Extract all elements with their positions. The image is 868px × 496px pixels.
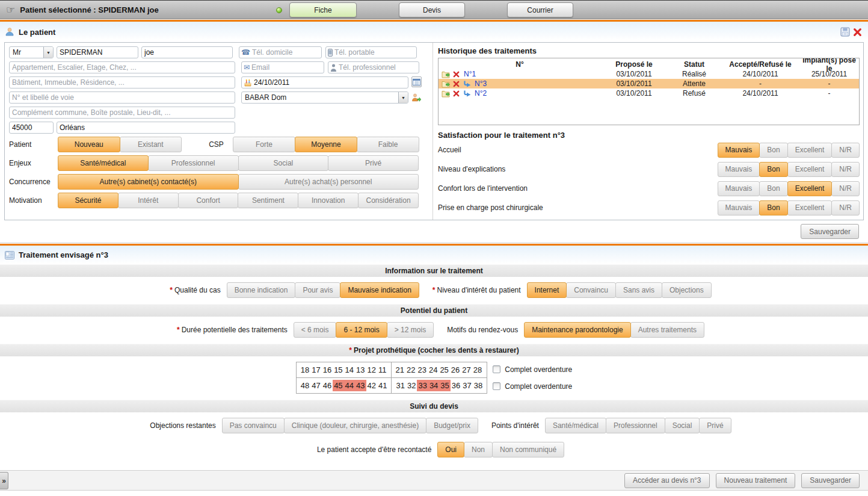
chevron-down-icon[interactable]: ▼ bbox=[43, 47, 53, 58]
tooth-35[interactable]: 35 bbox=[439, 380, 450, 391]
tooth-22[interactable]: 22 bbox=[405, 364, 416, 376]
satisfaction-group-0-option-3[interactable]: N/R bbox=[831, 143, 860, 158]
tooth-45[interactable]: 45 bbox=[333, 380, 343, 391]
motive-group-option-1[interactable]: Autres traitements bbox=[630, 322, 704, 338]
open-devis-button[interactable]: Accéder au devis n°3 bbox=[624, 473, 710, 488]
open-treatment-icon[interactable] bbox=[442, 80, 450, 88]
fiche-button[interactable]: Fiche bbox=[289, 2, 357, 17]
treatment-number-link[interactable]: N°3 bbox=[475, 79, 487, 88]
motive-group-option-0[interactable]: Maintenance parodontologie bbox=[524, 322, 630, 338]
delete-treatment-icon[interactable] bbox=[453, 90, 460, 97]
tel-home-field[interactable]: ☎ bbox=[239, 46, 322, 58]
duration-group-option-1[interactable]: 6 - 12 mois bbox=[336, 322, 387, 338]
courrier-button[interactable]: Courrier bbox=[507, 2, 573, 17]
history-row[interactable]: N°103/10/2011Réalisé24/10/201125/10/2011 bbox=[439, 69, 859, 79]
quality-group-option-2[interactable]: Mauvaise indication bbox=[340, 282, 419, 298]
interest-group-option-0[interactable]: Internet bbox=[527, 282, 567, 298]
address-line4-field[interactable] bbox=[9, 107, 235, 119]
birthdate-field[interactable] bbox=[241, 76, 408, 88]
tooth-24[interactable]: 24 bbox=[428, 364, 439, 376]
motivation-group-option-2[interactable]: Confort bbox=[178, 193, 239, 208]
motivation-group-option-5[interactable]: Considération bbox=[358, 193, 419, 208]
satisfaction-group-2-option-0[interactable]: Mauvais bbox=[718, 181, 760, 196]
email-input[interactable] bbox=[251, 63, 322, 72]
treatment-number-link[interactable]: N°1 bbox=[464, 70, 476, 78]
csp-group-option-2[interactable]: Faible bbox=[357, 137, 419, 152]
tooth-47[interactable]: 47 bbox=[310, 380, 321, 391]
satisfaction-group-0-option-0[interactable]: Mauvais bbox=[718, 143, 760, 158]
overdenture-upper-checkbox[interactable] bbox=[493, 365, 500, 373]
tooth-33[interactable]: 33 bbox=[417, 380, 428, 391]
tooth-36[interactable]: 36 bbox=[451, 380, 461, 391]
satisfaction-group-1-option-1[interactable]: Bon bbox=[759, 162, 787, 177]
tooth-17[interactable]: 17 bbox=[310, 364, 321, 376]
satisfaction-group-0-option-2[interactable]: Excellent bbox=[787, 143, 833, 158]
tel-pro-field[interactable] bbox=[328, 61, 419, 73]
satisfaction-group-3-option-1[interactable]: Bon bbox=[759, 200, 787, 215]
zip-field[interactable] bbox=[9, 122, 54, 134]
concurrence-group-option-1[interactable]: Autre(s) achat(s) personnel bbox=[238, 174, 419, 190]
quality-group-option-0[interactable]: Bonne indication bbox=[227, 282, 296, 298]
address-line1-field[interactable] bbox=[9, 61, 235, 73]
motivation-group-option-3[interactable]: Sentiment bbox=[238, 193, 298, 208]
devis-button[interactable]: Devis bbox=[399, 2, 465, 17]
open-treatment-icon[interactable] bbox=[442, 70, 450, 78]
motivation-group-option-0[interactable]: Sécurité bbox=[58, 193, 119, 208]
enjeux-group-option-3[interactable]: Privé bbox=[328, 155, 419, 171]
interest-points-group-option-0[interactable]: Santé/médical bbox=[545, 418, 606, 433]
interest-group-option-1[interactable]: Convaincu bbox=[566, 282, 616, 298]
motivation-group-option-4[interactable]: Innovation bbox=[298, 193, 359, 208]
chevron-down-icon[interactable]: ▼ bbox=[398, 92, 408, 103]
close-section-icon[interactable] bbox=[853, 28, 862, 37]
tooth-48[interactable]: 48 bbox=[300, 380, 310, 391]
csp-group-option-0[interactable]: Forte bbox=[233, 137, 295, 152]
patient-type-group-option-0[interactable]: Nouveau bbox=[58, 137, 120, 152]
delete-treatment-icon[interactable] bbox=[453, 81, 460, 87]
tooth-38[interactable]: 38 bbox=[473, 380, 484, 391]
objections-group-option-2[interactable]: Budget/prix bbox=[426, 418, 478, 433]
overdenture-lower-checkbox[interactable] bbox=[493, 382, 500, 390]
tooth-25[interactable]: 25 bbox=[439, 364, 449, 376]
tooth-12[interactable]: 12 bbox=[366, 364, 377, 376]
tooth-21[interactable]: 21 bbox=[395, 364, 405, 376]
tooth-27[interactable]: 27 bbox=[461, 364, 472, 376]
satisfaction-group-2-option-2[interactable]: Excellent bbox=[787, 181, 833, 196]
enjeux-group-option-2[interactable]: Social bbox=[238, 155, 329, 171]
satisfaction-group-3-option-0[interactable]: Mauvais bbox=[718, 200, 760, 215]
referrer-select[interactable]: BABAR Dom ▼ bbox=[241, 91, 408, 104]
motivation-group-option-1[interactable]: Intérêt bbox=[118, 193, 179, 208]
interest-points-group-option-1[interactable]: Professionnel bbox=[606, 418, 665, 433]
recontact-group-option-2[interactable]: Non communiqué bbox=[492, 442, 564, 457]
tel-home-input[interactable] bbox=[252, 48, 319, 57]
history-row[interactable]: N°203/10/2011Refusé24/10/2011- bbox=[439, 88, 859, 98]
open-treatment-icon[interactable] bbox=[442, 90, 450, 98]
tooth-11[interactable]: 11 bbox=[377, 364, 388, 376]
tooth-26[interactable]: 26 bbox=[450, 364, 461, 376]
interest-group-option-3[interactable]: Objections bbox=[662, 282, 712, 298]
csp-group-option-1[interactable]: Moyenne bbox=[295, 137, 357, 152]
tooth-15[interactable]: 15 bbox=[333, 364, 343, 376]
tel-pro-input[interactable] bbox=[339, 63, 417, 72]
civility-select[interactable]: Mr ▼ bbox=[9, 46, 54, 58]
referrer-person-button[interactable] bbox=[411, 91, 421, 104]
new-treatment-button[interactable]: Nouveau traitement bbox=[716, 473, 796, 488]
address-line3-field[interactable] bbox=[9, 91, 235, 104]
tooth-46[interactable]: 46 bbox=[322, 380, 333, 391]
save-patient-button[interactable]: Sauvegarder bbox=[801, 224, 859, 239]
satisfaction-group-1-option-0[interactable]: Mauvais bbox=[718, 162, 760, 177]
tooth-32[interactable]: 32 bbox=[406, 380, 417, 391]
tel-mobile-input[interactable] bbox=[334, 48, 414, 57]
tooth-16[interactable]: 16 bbox=[322, 364, 333, 376]
tel-mobile-field[interactable] bbox=[325, 46, 417, 58]
save-treatment-button[interactable]: Sauvegarder bbox=[801, 473, 860, 488]
tooth-28[interactable]: 28 bbox=[472, 364, 483, 376]
satisfaction-group-2-option-1[interactable]: Bon bbox=[759, 181, 787, 196]
tooth-13[interactable]: 13 bbox=[355, 364, 366, 376]
tooth-37[interactable]: 37 bbox=[461, 380, 472, 391]
objections-group-option-0[interactable]: Pas convaincu bbox=[222, 418, 285, 433]
interest-group-option-2[interactable]: Sans avis bbox=[615, 282, 662, 298]
address-line2-field[interactable] bbox=[9, 76, 235, 88]
collapse-panel-button[interactable]: » bbox=[0, 472, 8, 489]
interest-points-group-option-2[interactable]: Social bbox=[665, 418, 700, 433]
tooth-34[interactable]: 34 bbox=[428, 380, 439, 391]
